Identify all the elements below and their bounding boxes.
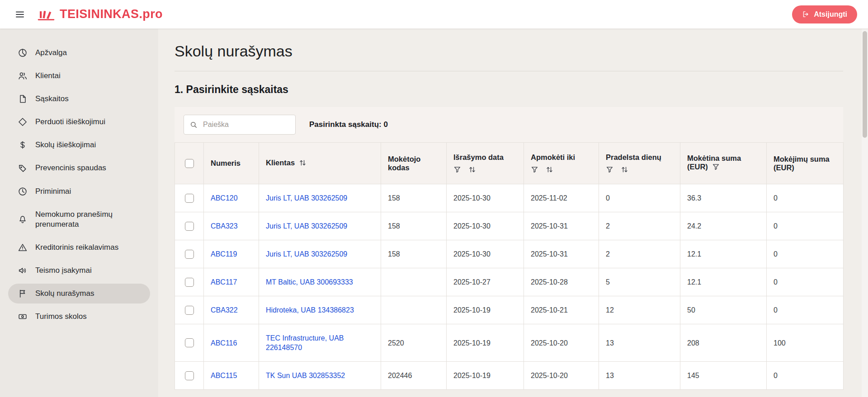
sidebar-item-prevencinis-spaudas[interactable]: Prevencinis spaudas [8, 158, 150, 178]
sidebar-item-klientai[interactable]: Klientai [8, 66, 150, 86]
cell-moketojo_kodas: 158 [381, 240, 447, 268]
search-input[interactable] [202, 120, 290, 129]
klientas-link[interactable]: TK Sun UAB 302853352 [266, 372, 345, 379]
sidebar-item-skolu-isieskojimai[interactable]: Skolų išieškojimai [8, 135, 150, 155]
sidebar-nav: ApžvalgaKlientaiSąskaitosPerduoti išiešk… [0, 43, 158, 327]
row-checkbox[interactable] [185, 250, 194, 259]
sidebar-item-priminimai[interactable]: Priminimai [8, 182, 150, 201]
filter-icon[interactable] [606, 166, 613, 173]
klientas-link[interactable]: Hidroteka, UAB 134386823 [266, 306, 354, 314]
sidebar-item-kreditorinis-reikalavimas[interactable]: Kreditorinis reikalavimas [8, 238, 150, 257]
logo-icon [37, 7, 55, 22]
row-checkbox[interactable] [185, 194, 194, 203]
column-label: Mokėtojo kodas [388, 155, 420, 172]
filter-icon[interactable] [453, 166, 461, 173]
sidebar-item-label: Klientai [35, 71, 61, 81]
logout-label: Atsijungti [814, 10, 847, 19]
numeris-link[interactable]: ABC119 [211, 250, 237, 258]
vertical-scrollbar[interactable] [862, 29, 868, 397]
main-content: Skolų nurašymas 1. Pasirinkite sąskaitas… [158, 29, 868, 397]
row-checkbox[interactable] [185, 278, 194, 287]
numeris-link[interactable]: ABC115 [211, 372, 237, 379]
numeris-link[interactable]: ABC120 [211, 194, 238, 202]
sidebar-item-skolu-nurasymas[interactable]: Skolų nurašymas [8, 284, 150, 304]
column-label: Pradelsta dienų [606, 153, 661, 161]
sidebar-item-turimos-skolos[interactable]: Turimos skolos [8, 307, 150, 327]
cell-israsymo_data: 2025-10-19 [447, 296, 524, 324]
banknote-icon [18, 312, 28, 322]
klientas-link[interactable]: Juris LT, UAB 303262509 [266, 250, 347, 258]
scrollbar-thumb[interactable] [863, 31, 867, 138]
klientas-link[interactable]: Juris LT, UAB 303262509 [266, 222, 347, 230]
numeris-link[interactable]: ABC117 [211, 278, 237, 286]
invoices-table: NumerisKlientasMokėtojo kodasIšrašymo da… [175, 142, 844, 390]
numeris-link[interactable]: ABC116 [211, 339, 237, 347]
cell-mokejimu_suma: 0 [767, 362, 844, 390]
logout-button[interactable]: Atsijungti [792, 5, 857, 23]
sort-icon[interactable] [468, 166, 476, 173]
cell-moketina_suma: 36.3 [680, 184, 767, 212]
klientas-link[interactable]: Juris LT, UAB 303262509 [266, 194, 347, 202]
sidebar: ApžvalgaKlientaiSąskaitosPerduoti išiešk… [0, 29, 158, 397]
cell-select [175, 324, 204, 362]
klientas-link[interactable]: MT Baltic, UAB 300693333 [266, 278, 353, 286]
row-checkbox[interactable] [185, 222, 194, 231]
logout-icon [802, 10, 810, 18]
column-header-mokejimu_suma[interactable]: Mokėjimų suma (EUR) [767, 143, 844, 184]
cell-moketojo_kodas [381, 268, 447, 296]
column-header-apmoketi_iki[interactable]: Apmokėti iki [524, 143, 599, 184]
column-header-klientas[interactable]: Klientas [259, 143, 381, 184]
cell-pradelsta_dienu: 13 [599, 324, 680, 362]
hamburger-icon [14, 9, 25, 20]
cell-apmoketi_iki: 2025-10-31 [524, 240, 599, 268]
warning-icon [18, 243, 28, 252]
cell-pradelsta_dienu: 0 [599, 184, 680, 212]
table-row: ABC119Juris LT, UAB 3032625091582025-10-… [175, 240, 844, 268]
sidebar-item-label: Nemokumo pranešimų prenumerata [35, 210, 141, 229]
cell-mokejimu_suma: 0 [767, 184, 844, 212]
money-icon [18, 140, 28, 150]
column-header-pradelsta_dienu[interactable]: Pradelsta dienų [599, 143, 680, 184]
sidebar-item-nemokumo-pranesimu-prenumerata[interactable]: Nemokumo pranešimų prenumerata [8, 205, 150, 234]
top-header: TEISININKAS.pro Atsijungti [0, 0, 868, 29]
numeris-link[interactable]: CBA323 [211, 222, 238, 230]
sidebar-item-label: Apžvalga [35, 48, 67, 58]
cell-moketojo_kodas [381, 296, 447, 324]
sidebar-item-label: Skolų išieškojimai [35, 140, 96, 150]
cell-klientas: Juris LT, UAB 303262509 [259, 184, 381, 212]
column-label: Klientas [266, 159, 307, 167]
title-divider [175, 71, 843, 71]
sort-icon[interactable] [621, 166, 628, 173]
cell-numeris: ABC119 [204, 240, 259, 268]
filter-icon[interactable] [531, 166, 538, 173]
filter-icon[interactable] [712, 163, 720, 173]
numeris-link[interactable]: CBA322 [211, 306, 238, 314]
cell-pradelsta_dienu: 13 [599, 362, 680, 390]
column-header-numeris[interactable]: Numeris [204, 143, 259, 184]
menu-toggle-button[interactable] [12, 6, 28, 23]
row-checkbox[interactable] [185, 306, 194, 315]
app-logo[interactable]: TEISININKAS.pro [37, 7, 163, 22]
search-icon [189, 121, 198, 129]
row-checkbox[interactable] [185, 371, 194, 380]
sidebar-item-saskaitos[interactable]: Sąskaitos [8, 89, 150, 109]
column-header-moketojo_kodas[interactable]: Mokėtojo kodas [381, 143, 447, 184]
column-header-israsymo_data[interactable]: Išrašymo data [447, 143, 524, 184]
sort-icon[interactable] [299, 159, 307, 168]
sidebar-item-teismo-isakymai[interactable]: Teismo įsakymai [8, 261, 150, 280]
row-checkbox[interactable] [185, 338, 194, 347]
invoices-icon [18, 94, 28, 104]
cell-select [175, 212, 204, 240]
sidebar-item-label: Priminimai [35, 187, 71, 196]
sort-icon[interactable] [546, 166, 553, 173]
cell-numeris: CBA323 [204, 212, 259, 240]
cell-numeris: ABC116 [204, 324, 259, 362]
sidebar-item-apzvalga[interactable]: Apžvalga [8, 43, 150, 63]
column-header-moketina_suma[interactable]: Mokėtina suma (EUR) [680, 143, 767, 184]
column-label: Apmokėti iki [531, 153, 575, 161]
sidebar-item-perduoti-isieskojimui[interactable]: Perduoti išieškojimui [8, 112, 150, 132]
cell-moketina_suma: 12.1 [680, 268, 767, 296]
cell-israsymo_data: 2025-10-19 [447, 362, 524, 390]
select-all-checkbox[interactable] [185, 159, 194, 168]
klientas-link[interactable]: TEC Infrastructure, UAB 226148570 [266, 334, 344, 351]
